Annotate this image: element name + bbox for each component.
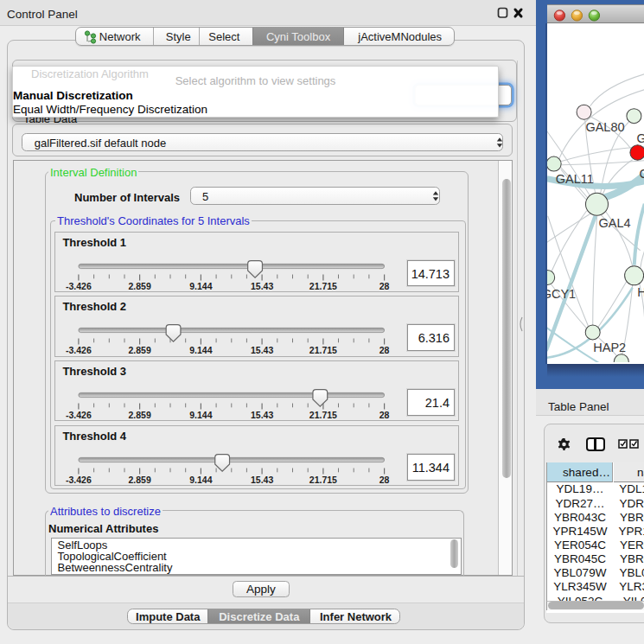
svg-text:15.43: 15.43 (251, 474, 273, 484)
svg-text:GAL80: GAL80 (585, 120, 624, 134)
svg-text:15.43: 15.43 (251, 280, 273, 290)
svg-text:GCY1: GCY1 (547, 288, 576, 302)
svg-text:21.715: 21.715 (309, 474, 337, 484)
svg-text:2.859: 2.859 (129, 345, 151, 355)
svg-text:15.43: 15.43 (251, 345, 273, 355)
svg-text:2.859: 2.859 (129, 474, 151, 484)
svg-text:HAP2: HAP2 (593, 341, 626, 355)
svg-text:21.715: 21.715 (309, 280, 337, 290)
svg-text:H: H (637, 286, 644, 300)
svg-text:2.859: 2.859 (129, 280, 151, 290)
svg-text:GAL4: GAL4 (598, 217, 630, 231)
svg-text:C: C (639, 167, 644, 181)
svg-text:GA: GA (636, 131, 644, 145)
svg-text:15.43: 15.43 (251, 410, 273, 420)
svg-text:-3.426: -3.426 (66, 345, 92, 355)
svg-text:21.715: 21.715 (309, 410, 337, 420)
svg-text:2.859: 2.859 (129, 410, 151, 420)
svg-text:28: 28 (379, 280, 390, 290)
svg-text:GAL11: GAL11 (555, 173, 593, 187)
svg-text:-3.426: -3.426 (66, 410, 92, 420)
svg-text:-3.426: -3.426 (66, 474, 92, 484)
svg-text:9.144: 9.144 (190, 345, 213, 355)
svg-text:9.144: 9.144 (190, 280, 213, 290)
svg-text:28: 28 (379, 410, 390, 420)
svg-text:9.144: 9.144 (190, 474, 213, 484)
svg-text:28: 28 (379, 474, 390, 484)
svg-text:-3.426: -3.426 (66, 280, 92, 290)
svg-text:21.715: 21.715 (309, 345, 337, 355)
svg-text:9.144: 9.144 (190, 410, 213, 420)
svg-text:28: 28 (379, 345, 390, 355)
